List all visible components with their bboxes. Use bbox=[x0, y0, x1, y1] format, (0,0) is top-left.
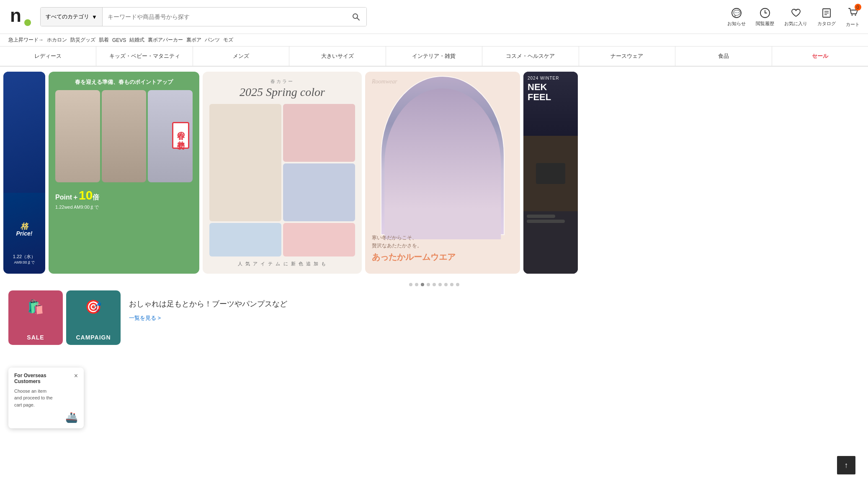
carousel-dots bbox=[0, 279, 868, 290]
promo-link[interactable]: 一覧を見る > bbox=[129, 315, 161, 321]
nav-food[interactable]: 食品 bbox=[675, 47, 772, 66]
quick-link-hadagi[interactable]: 肌着 bbox=[99, 36, 109, 44]
green-date-text: 1.22wed AM9:00まで bbox=[55, 204, 193, 210]
banner-green[interactable]: 春を迎える準備、春ものポイントアップ 春の初売り Point＋10倍 1.22w… bbox=[49, 72, 199, 274]
nav-mens[interactable]: メンズ bbox=[193, 47, 289, 66]
nav-ladies[interactable]: レディース bbox=[0, 47, 96, 66]
dot-9[interactable] bbox=[456, 283, 459, 286]
dot-6[interactable] bbox=[438, 283, 442, 286]
catalog-icon-item[interactable]: カタログ bbox=[817, 7, 836, 27]
cart-badge-wrap: 0 bbox=[847, 6, 859, 20]
svg-point-13 bbox=[851, 14, 853, 16]
spring-badge: 春の初売り bbox=[177, 127, 185, 144]
category-label: すべてのカテゴリ bbox=[46, 13, 89, 21]
dot-3[interactable] bbox=[421, 283, 424, 286]
quick-link-hokaron[interactable]: ホカロン bbox=[47, 36, 67, 44]
nav-nurse[interactable]: ナースウェア bbox=[579, 47, 675, 66]
notification-label: お知らせ bbox=[727, 21, 746, 27]
search-button[interactable] bbox=[345, 8, 366, 26]
quick-link-gevs[interactable]: GEVS bbox=[112, 37, 126, 43]
wishlist-label: お気に入り bbox=[784, 21, 807, 27]
wishlist-icon-item[interactable]: お気に入り bbox=[784, 7, 807, 27]
search-input[interactable] bbox=[103, 8, 345, 26]
sale-card[interactable]: 🛍️ SALE bbox=[8, 290, 63, 345]
dot-4[interactable] bbox=[427, 283, 430, 286]
banner-blue-left[interactable]: 格 Price! 1.22（水） AM9:00まで bbox=[3, 72, 45, 274]
dot-2[interactable] bbox=[415, 283, 418, 286]
warm-subtitle: 寒い冬だからこそ、贅沢なあたたかさを。 bbox=[372, 234, 513, 250]
warm-title: あったかルームウエア bbox=[372, 251, 513, 263]
winter-big-text: NEKFEEL bbox=[528, 82, 574, 102]
catalog-icon bbox=[821, 7, 832, 19]
banner-spring-color[interactable]: 春カラー 2025 Spring color 人 気 ア イ テ ム に 新 色… bbox=[203, 72, 362, 274]
quick-link-bousai[interactable]: 防災グッズ bbox=[70, 36, 95, 44]
heart-icon bbox=[790, 7, 802, 19]
spring-main-title: 2025 Spring color bbox=[240, 85, 325, 99]
bottom-cards: 🛍️ SALE 🎯 CAMPAIGN bbox=[8, 290, 121, 345]
dot-8[interactable] bbox=[450, 283, 453, 286]
banner-carousel: 格 Price! 1.22（水） AM9:00まで 春を迎える準備、春ものポイン… bbox=[0, 67, 868, 279]
cart-icon-item[interactable]: 0 カート bbox=[846, 6, 860, 28]
nav-cosme[interactable]: コスメ・ヘルスケア bbox=[482, 47, 579, 66]
notification-icon: 💬 bbox=[731, 7, 742, 19]
quick-links-bar: 急上昇ワード→ ホカロン 防災グッズ 肌着 GEVS 結婚式 裏ボアパーカー 裏… bbox=[0, 34, 868, 47]
notification-icon-item[interactable]: 💬 お知らせ bbox=[727, 7, 746, 27]
sale-icon: 🛍️ bbox=[27, 299, 44, 315]
search-icon bbox=[352, 13, 360, 21]
history-icon-item[interactable]: 閲覧履歴 bbox=[756, 7, 774, 27]
quick-link-mozu[interactable]: モズ bbox=[223, 36, 233, 44]
quick-link-urahoodie[interactable]: 裏ボアパーカー bbox=[148, 36, 183, 44]
campaign-icon: 🎯 bbox=[85, 299, 102, 315]
nav-sale[interactable]: セール bbox=[772, 47, 868, 66]
banner-winter[interactable]: 2024 WINTER NEKFEEL bbox=[523, 72, 578, 274]
search-area: すべてのカテゴリ ▼ bbox=[40, 7, 367, 26]
dot-1[interactable] bbox=[409, 283, 412, 286]
banner-warm[interactable]: 寒い冬だからこそ、贅沢なあたたかさを。 あったかルームウエア Roomwear bbox=[365, 72, 520, 274]
chevron-down-icon: ▼ bbox=[92, 14, 97, 20]
spring-subtitle: 人 気 ア イ テ ム に 新 色 追 加 も bbox=[238, 261, 327, 267]
nav-kids[interactable]: キッズ・ベビー・マタニティ bbox=[96, 47, 193, 66]
quick-link-pants[interactable]: パンツ bbox=[205, 36, 220, 44]
svg-point-1 bbox=[24, 19, 31, 26]
quick-link-urabo[interactable]: 裏ボア bbox=[186, 36, 201, 44]
history-label: 閲覧履歴 bbox=[756, 21, 774, 27]
spring-season-label: 春カラー bbox=[270, 78, 294, 85]
nav-interior[interactable]: インテリア・雑貨 bbox=[386, 47, 482, 66]
svg-line-3 bbox=[357, 18, 360, 21]
promo-title: おしゃれは足もとから！ブーツやパンプスなど bbox=[129, 299, 860, 309]
campaign-card[interactable]: 🎯 CAMPAIGN bbox=[66, 290, 121, 345]
cart-label: カート bbox=[846, 21, 860, 28]
winter-year-text: 2024 WINTER bbox=[528, 76, 574, 80]
dot-5[interactable] bbox=[433, 283, 436, 286]
main-navigation: レディース キッズ・ベビー・マタニティ メンズ 大きいサイズ インテリア・雑貨 … bbox=[0, 47, 868, 67]
trending-link[interactable]: 急上昇ワード→ bbox=[8, 36, 44, 44]
bottom-section: 🛍️ SALE 🎯 CAMPAIGN おしゃれは足もとから！ブーツやパンプスなど… bbox=[0, 290, 868, 353]
green-top-text: 春を迎える準備、春ものポイントアップ bbox=[55, 78, 193, 86]
green-point-text: Point＋10倍 bbox=[55, 188, 193, 202]
cart-badge: 0 bbox=[855, 4, 861, 10]
svg-text:n: n bbox=[10, 5, 21, 26]
svg-text:💬: 💬 bbox=[733, 10, 741, 17]
header-icons: 💬 お知らせ 閲覧履歴 お気に入り カタログ bbox=[727, 6, 860, 28]
quick-link-kekkon[interactable]: 結婚式 bbox=[129, 36, 144, 44]
header: n すべてのカテゴリ ▼ 💬 お知らせ bbox=[0, 0, 868, 34]
nav-plus-size[interactable]: 大きいサイズ bbox=[289, 47, 386, 66]
campaign-label: CAMPAIGN bbox=[76, 334, 111, 341]
category-dropdown[interactable]: すべてのカテゴリ ▼ bbox=[41, 8, 103, 26]
logo[interactable]: n bbox=[8, 4, 33, 29]
bottom-promo: おしゃれは足もとから！ブーツやパンプスなど 一覧を見る > bbox=[129, 290, 860, 330]
dot-7[interactable] bbox=[444, 283, 448, 286]
svg-point-14 bbox=[855, 14, 856, 16]
catalog-label: カタログ bbox=[817, 21, 836, 27]
history-icon bbox=[759, 7, 771, 19]
sale-label: SALE bbox=[27, 334, 44, 341]
